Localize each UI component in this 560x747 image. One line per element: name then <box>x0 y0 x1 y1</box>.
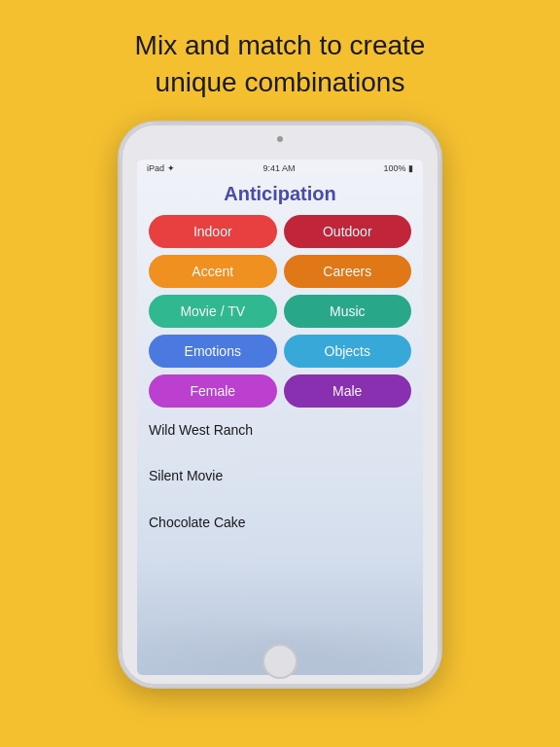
category-buttons-grid: Indoor Outdoor Accent Careers Movie / TV… <box>149 215 411 408</box>
camera-dot <box>277 136 283 142</box>
home-button[interactable] <box>262 644 298 679</box>
result-item-1: Silent Movie <box>149 465 411 488</box>
button-careers[interactable]: Careers <box>284 255 412 288</box>
app-title: Anticipation <box>149 183 411 205</box>
button-movietv[interactable]: Movie / TV <box>149 295 277 328</box>
status-right: 100% ▮ <box>383 163 413 173</box>
button-emotions[interactable]: Emotions <box>149 335 277 368</box>
headline-line2: unique combinations <box>156 67 405 97</box>
button-accent[interactable]: Accent <box>149 255 277 288</box>
result-item-2: Chocolate Cake <box>149 512 411 535</box>
button-male[interactable]: Male <box>284 374 412 408</box>
button-music[interactable]: Music <box>284 295 412 328</box>
button-female[interactable]: Female <box>149 374 277 408</box>
status-bar: iPad ✦ 9:41 AM 100% ▮ <box>137 160 423 177</box>
status-left: iPad ✦ <box>147 163 175 173</box>
results-list: Wild West Ranch Silent Movie Chocolate C… <box>149 417 411 537</box>
device: iPad ✦ 9:41 AM 100% ▮ Anticipation Indoo… <box>120 123 440 687</box>
button-outdoor[interactable]: Outdoor <box>284 215 412 248</box>
headline-line1: Mix and match to create <box>135 30 426 60</box>
button-indoor[interactable]: Indoor <box>149 215 277 248</box>
device-screen: iPad ✦ 9:41 AM 100% ▮ Anticipation Indoo… <box>137 160 423 675</box>
headline: Mix and match to create unique combinati… <box>96 27 465 101</box>
button-objects[interactable]: Objects <box>284 335 412 368</box>
result-item-0: Wild West Ranch <box>149 419 411 443</box>
status-time: 9:41 AM <box>262 163 295 173</box>
